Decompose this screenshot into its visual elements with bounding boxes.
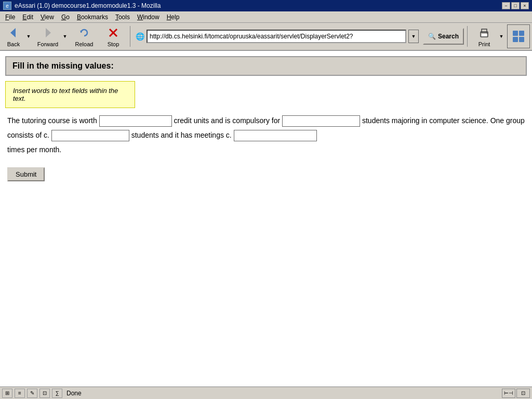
minimize-button[interactable]: − [502, 2, 510, 9]
page-content: Fill in the missing values: Insert words… [0, 51, 532, 387]
status-icon-3: ✎ [27, 389, 37, 398]
status-bar: ⊞ ≡ ✎ ⊡ ∑ Done ⊢⊣ ⊡ [0, 387, 532, 399]
menu-file[interactable]: File [2, 12, 18, 22]
back-label: Back [7, 41, 20, 47]
svg-rect-7 [482, 34, 487, 36]
menu-bar: File Edit View Go Bookmarks Tools Window… [0, 11, 532, 23]
search-icon: 🔍 [428, 33, 436, 40]
close-button[interactable]: × [521, 2, 529, 9]
svg-point-8 [487, 33, 488, 34]
reload-label: Reload [75, 41, 94, 47]
status-right-btn-2: ⊡ [516, 389, 530, 398]
text-end: times per month. [7, 145, 61, 154]
back-icon [6, 25, 21, 40]
exercise-area: The tutoring course is worth credit unit… [7, 113, 525, 157]
menu-tools[interactable]: Tools [112, 12, 133, 22]
menu-bookmarks[interactable]: Bookmarks [74, 12, 111, 22]
status-icon-1: ⊞ [2, 389, 12, 398]
app-icon: e [3, 2, 11, 10]
reload-icon [77, 25, 91, 40]
forward-button-group[interactable]: Forward ▼ [34, 24, 69, 48]
svg-rect-10 [519, 31, 524, 36]
svg-rect-12 [519, 37, 524, 42]
back-dropdown[interactable]: ▼ [25, 24, 32, 48]
back-button[interactable]: Back [2, 24, 25, 48]
search-button[interactable]: 🔍 Search [423, 28, 464, 45]
reload-button[interactable]: Reload [71, 24, 98, 48]
print-dropdown[interactable]: ▼ [498, 24, 505, 48]
print-button-group[interactable]: Print ▼ [471, 24, 505, 48]
status-right: ⊢⊣ ⊡ [502, 389, 530, 398]
forward-button[interactable]: Forward [34, 24, 61, 48]
text-after-input3: students and it has meetings c. [131, 131, 232, 139]
menu-edit[interactable]: Edit [19, 12, 36, 22]
browser-content: Fill in the missing values: Insert words… [0, 51, 532, 387]
submit-button[interactable]: Submit [7, 167, 45, 181]
title-bar-left: e eAssari (1.0) democourse1.demomodule1.… [3, 2, 161, 10]
input-field-2[interactable] [282, 115, 360, 127]
stop-icon [106, 25, 121, 40]
status-text: Done [64, 390, 500, 397]
input-field-1[interactable] [99, 115, 172, 127]
instruction-box: Insert words to text fields within the t… [5, 81, 135, 108]
forward-icon [41, 25, 55, 40]
forward-dropdown[interactable]: ▼ [61, 24, 69, 48]
maximize-button[interactable]: □ [511, 2, 520, 9]
window-controls[interactable]: − □ × [502, 2, 529, 9]
window-title: eAssari (1.0) democourse1.demomodule1.3 … [15, 2, 161, 9]
address-bar: 🌐 ▼ [134, 29, 421, 44]
menu-window[interactable]: Window [134, 12, 163, 22]
page-heading: Fill in the missing values: [12, 61, 520, 71]
status-icon-4: ⊡ [39, 389, 50, 398]
svg-rect-6 [482, 29, 487, 33]
submit-area: Submit [7, 167, 525, 181]
toolbar: Back ▼ Forward ▼ Reload [0, 23, 532, 51]
address-icon: 🌐 [136, 32, 144, 41]
text-before-input1: The tutoring course is worth [7, 116, 97, 125]
title-bar: e eAssari (1.0) democourse1.demomodule1.… [0, 0, 532, 11]
text-after-input1: credit units and is compulsory for [174, 116, 281, 125]
menu-go[interactable]: Go [58, 12, 73, 22]
forward-label: Forward [37, 41, 58, 47]
search-label: Search [438, 33, 459, 40]
svg-rect-9 [513, 31, 518, 36]
status-icon-2: ≡ [15, 389, 25, 398]
address-input[interactable] [147, 30, 406, 43]
extra-button[interactable] [507, 24, 530, 48]
stop-label: Stop [108, 41, 119, 47]
input-field-3[interactable] [51, 130, 129, 141]
status-right-btn-1: ⊢⊣ [502, 389, 515, 398]
address-dropdown[interactable]: ▼ [408, 30, 419, 43]
svg-rect-11 [513, 37, 518, 42]
instruction-text: Insert words to text fields within the t… [13, 87, 118, 102]
print-button[interactable]: Print [471, 24, 498, 48]
menu-view[interactable]: View [37, 12, 57, 22]
svg-marker-1 [46, 28, 51, 37]
input-field-4[interactable] [234, 130, 317, 141]
print-icon [477, 25, 491, 40]
menu-help[interactable]: Help [164, 12, 183, 22]
stop-button[interactable]: Stop [100, 24, 127, 48]
svg-marker-0 [10, 28, 16, 37]
status-icon-5: ∑ [52, 389, 62, 398]
toolbar-separator [130, 26, 130, 47]
back-button-group[interactable]: Back ▼ [2, 24, 32, 48]
print-label: Print [478, 41, 490, 47]
toolbar-separator-2 [467, 26, 468, 47]
status-icons: ⊞ ≡ ✎ ⊡ ∑ [2, 389, 62, 398]
page-heading-bar: Fill in the missing values: [5, 56, 527, 76]
